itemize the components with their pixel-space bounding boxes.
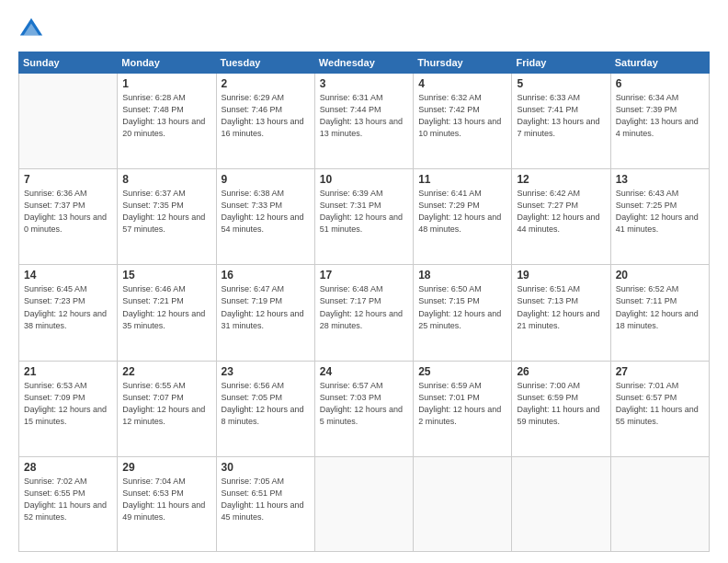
day-number: 17 (320, 269, 408, 282)
day-number: 23 (222, 365, 310, 378)
calendar-cell (414, 456, 512, 551)
day-number: 19 (517, 269, 605, 282)
day-number: 27 (616, 365, 704, 378)
day-info: Sunrise: 6:43 AMSunset: 7:25 PMDaylight:… (616, 189, 699, 234)
calendar-cell: 16 Sunrise: 6:47 AMSunset: 7:19 PMDaylig… (216, 265, 314, 361)
calendar-cell: 12 Sunrise: 6:42 AMSunset: 7:27 PMDaylig… (512, 169, 610, 265)
day-info: Sunrise: 7:01 AMSunset: 6:57 PMDaylight:… (616, 381, 699, 426)
logo (18, 17, 48, 42)
calendar-cell: 26 Sunrise: 7:00 AMSunset: 6:59 PMDaylig… (512, 361, 610, 456)
calendar-cell: 6 Sunrise: 6:34 AMSunset: 7:39 PMDayligh… (610, 74, 709, 169)
calendar-cell: 5 Sunrise: 6:33 AMSunset: 7:41 PMDayligh… (512, 74, 610, 169)
day-info: Sunrise: 7:04 AMSunset: 6:53 PMDaylight:… (122, 477, 205, 522)
calendar-cell: 15 Sunrise: 6:46 AMSunset: 7:21 PMDaylig… (118, 265, 216, 361)
day-number: 9 (222, 173, 310, 186)
day-number: 28 (24, 461, 112, 474)
day-number: 1 (122, 77, 210, 90)
day-info: Sunrise: 6:39 AMSunset: 7:31 PMDaylight:… (320, 189, 403, 234)
calendar-cell (19, 74, 118, 169)
day-info: Sunrise: 6:45 AMSunset: 7:23 PMDaylight:… (24, 284, 107, 329)
page: SundayMondayTuesdayWednesdayThursdayFrid… (0, 0, 728, 563)
day-info: Sunrise: 6:41 AMSunset: 7:29 PMDaylight:… (418, 189, 501, 234)
day-info: Sunrise: 6:47 AMSunset: 7:19 PMDaylight:… (222, 284, 304, 329)
calendar-cell: 4 Sunrise: 6:32 AMSunset: 7:42 PMDayligh… (414, 74, 512, 169)
weekday-header-wednesday: Wednesday (314, 52, 413, 74)
day-info: Sunrise: 6:32 AMSunset: 7:42 PMDaylight:… (418, 93, 501, 138)
calendar-cell: 7 Sunrise: 6:36 AMSunset: 7:37 PMDayligh… (19, 169, 118, 265)
day-number: 20 (616, 269, 704, 282)
day-number: 21 (24, 365, 112, 378)
day-info: Sunrise: 7:00 AMSunset: 6:59 PMDaylight:… (517, 381, 599, 426)
day-info: Sunrise: 7:05 AMSunset: 6:51 PMDaylight:… (222, 477, 304, 522)
day-number: 8 (122, 173, 210, 186)
logo-icon (18, 17, 44, 42)
calendar-cell: 10 Sunrise: 6:39 AMSunset: 7:31 PMDaylig… (314, 169, 413, 265)
day-info: Sunrise: 6:29 AMSunset: 7:46 PMDaylight:… (222, 93, 304, 138)
day-info: Sunrise: 6:36 AMSunset: 7:37 PMDaylight:… (24, 189, 107, 234)
calendar-cell: 20 Sunrise: 6:52 AMSunset: 7:11 PMDaylig… (610, 265, 709, 361)
calendar-cell: 18 Sunrise: 6:50 AMSunset: 7:15 PMDaylig… (414, 265, 512, 361)
day-info: Sunrise: 6:28 AMSunset: 7:48 PMDaylight:… (122, 93, 205, 138)
day-number: 25 (418, 365, 506, 378)
calendar-cell: 27 Sunrise: 7:01 AMSunset: 6:57 PMDaylig… (610, 361, 709, 456)
day-info: Sunrise: 6:48 AMSunset: 7:17 PMDaylight:… (320, 284, 403, 329)
calendar-cell (512, 456, 610, 551)
weekday-header-monday: Monday (118, 52, 216, 74)
day-number: 22 (122, 365, 210, 378)
weekday-header-thursday: Thursday (414, 52, 512, 74)
calendar-cell: 17 Sunrise: 6:48 AMSunset: 7:17 PMDaylig… (314, 265, 413, 361)
day-number: 13 (616, 173, 704, 186)
calendar-cell: 2 Sunrise: 6:29 AMSunset: 7:46 PMDayligh… (216, 74, 314, 169)
day-number: 15 (122, 269, 210, 282)
day-info: Sunrise: 7:02 AMSunset: 6:55 PMDaylight:… (24, 477, 107, 522)
calendar-table: SundayMondayTuesdayWednesdayThursdayFrid… (18, 52, 710, 552)
day-number: 11 (418, 173, 506, 186)
day-number: 4 (418, 77, 506, 90)
day-number: 12 (517, 173, 605, 186)
calendar-cell: 13 Sunrise: 6:43 AMSunset: 7:25 PMDaylig… (610, 169, 709, 265)
day-number: 10 (320, 173, 408, 186)
day-info: Sunrise: 6:34 AMSunset: 7:39 PMDaylight:… (616, 93, 699, 138)
calendar-cell: 30 Sunrise: 7:05 AMSunset: 6:51 PMDaylig… (216, 456, 314, 551)
header (18, 17, 710, 42)
day-info: Sunrise: 6:51 AMSunset: 7:13 PMDaylight:… (517, 284, 599, 329)
day-number: 6 (616, 77, 704, 90)
calendar-cell: 14 Sunrise: 6:45 AMSunset: 7:23 PMDaylig… (19, 265, 118, 361)
day-number: 24 (320, 365, 408, 378)
week-row-5: 28 Sunrise: 7:02 AMSunset: 6:55 PMDaylig… (19, 456, 710, 551)
day-info: Sunrise: 6:52 AMSunset: 7:11 PMDaylight:… (616, 284, 699, 329)
day-info: Sunrise: 6:55 AMSunset: 7:07 PMDaylight:… (122, 381, 205, 426)
weekday-header-tuesday: Tuesday (216, 52, 314, 74)
day-number: 5 (517, 77, 605, 90)
weekday-header-sunday: Sunday (19, 52, 118, 74)
day-info: Sunrise: 6:37 AMSunset: 7:35 PMDaylight:… (122, 189, 205, 234)
calendar-cell: 22 Sunrise: 6:55 AMSunset: 7:07 PMDaylig… (118, 361, 216, 456)
day-info: Sunrise: 6:42 AMSunset: 7:27 PMDaylight:… (517, 189, 599, 234)
calendar-cell: 19 Sunrise: 6:51 AMSunset: 7:13 PMDaylig… (512, 265, 610, 361)
calendar-cell: 3 Sunrise: 6:31 AMSunset: 7:44 PMDayligh… (314, 74, 413, 169)
day-number: 2 (222, 77, 310, 90)
calendar-cell: 21 Sunrise: 6:53 AMSunset: 7:09 PMDaylig… (19, 361, 118, 456)
day-info: Sunrise: 6:31 AMSunset: 7:44 PMDaylight:… (320, 93, 403, 138)
calendar-cell: 28 Sunrise: 7:02 AMSunset: 6:55 PMDaylig… (19, 456, 118, 551)
calendar-cell: 24 Sunrise: 6:57 AMSunset: 7:03 PMDaylig… (314, 361, 413, 456)
day-number: 30 (222, 461, 310, 474)
day-number: 29 (122, 461, 210, 474)
weekday-header-row: SundayMondayTuesdayWednesdayThursdayFrid… (19, 52, 710, 74)
day-number: 18 (418, 269, 506, 282)
day-number: 3 (320, 77, 408, 90)
day-number: 7 (24, 173, 112, 186)
calendar-cell: 11 Sunrise: 6:41 AMSunset: 7:29 PMDaylig… (414, 169, 512, 265)
calendar-cell (314, 456, 413, 551)
day-number: 26 (517, 365, 605, 378)
week-row-4: 21 Sunrise: 6:53 AMSunset: 7:09 PMDaylig… (19, 361, 710, 456)
weekday-header-friday: Friday (512, 52, 610, 74)
week-row-3: 14 Sunrise: 6:45 AMSunset: 7:23 PMDaylig… (19, 265, 710, 361)
week-row-2: 7 Sunrise: 6:36 AMSunset: 7:37 PMDayligh… (19, 169, 710, 265)
calendar-cell (610, 456, 709, 551)
calendar-cell: 8 Sunrise: 6:37 AMSunset: 7:35 PMDayligh… (118, 169, 216, 265)
calendar-cell: 29 Sunrise: 7:04 AMSunset: 6:53 PMDaylig… (118, 456, 216, 551)
calendar-cell: 9 Sunrise: 6:38 AMSunset: 7:33 PMDayligh… (216, 169, 314, 265)
day-info: Sunrise: 6:56 AMSunset: 7:05 PMDaylight:… (222, 381, 304, 426)
day-info: Sunrise: 6:50 AMSunset: 7:15 PMDaylight:… (418, 284, 501, 329)
